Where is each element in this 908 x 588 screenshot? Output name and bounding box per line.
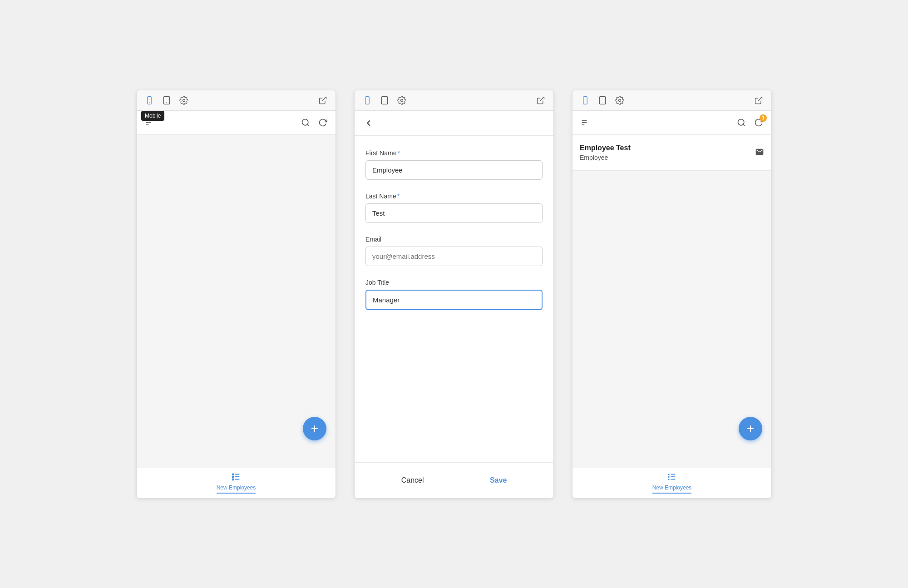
right-search-icon[interactable] bbox=[736, 117, 747, 128]
right-content-area: + bbox=[572, 171, 771, 468]
email-button[interactable] bbox=[755, 147, 764, 158]
svg-rect-35 bbox=[668, 479, 670, 480]
external-link-icon[interactable] bbox=[317, 95, 328, 106]
right-mobile-icon[interactable] bbox=[580, 95, 591, 106]
email-group: Email bbox=[365, 236, 543, 266]
left-phone-frame: Mobile + New Employees bbox=[136, 90, 336, 499]
employee-name: Employee Test bbox=[580, 144, 764, 152]
tablet-icon[interactable] bbox=[161, 95, 172, 106]
svg-rect-18 bbox=[381, 96, 387, 104]
left-toolbar-icons bbox=[144, 95, 189, 106]
right-tab-label: New Employees bbox=[652, 484, 692, 491]
first-name-input[interactable] bbox=[365, 160, 543, 180]
middle-toolbar-icons bbox=[362, 95, 407, 106]
right-phone-frame: 1 Employee Test Employee + New Employees bbox=[572, 90, 772, 499]
middle-external-link-icon[interactable] bbox=[535, 95, 546, 106]
cancel-button[interactable]: Cancel bbox=[388, 472, 438, 489]
middle-toolbar-right bbox=[535, 95, 546, 106]
svg-rect-34 bbox=[668, 476, 670, 478]
email-input[interactable] bbox=[365, 247, 543, 266]
right-settings-icon[interactable] bbox=[614, 95, 625, 106]
svg-rect-14 bbox=[232, 474, 234, 475]
svg-line-24 bbox=[758, 97, 762, 101]
svg-point-28 bbox=[738, 119, 744, 125]
right-menu-icon[interactable] bbox=[580, 117, 591, 128]
right-header-right-icons: 1 bbox=[736, 117, 764, 128]
right-fab[interactable]: + bbox=[739, 417, 762, 440]
middle-mobile-icon[interactable] bbox=[362, 95, 373, 106]
save-button[interactable]: Save bbox=[476, 472, 520, 489]
svg-rect-16 bbox=[232, 479, 234, 480]
job-title-input[interactable] bbox=[365, 290, 543, 310]
last-name-input[interactable] bbox=[365, 203, 543, 223]
form-header bbox=[355, 111, 553, 136]
right-external-link-icon[interactable] bbox=[753, 95, 764, 106]
svg-rect-17 bbox=[365, 96, 369, 104]
tab-underline bbox=[217, 493, 256, 494]
svg-line-10 bbox=[307, 124, 309, 126]
left-tab-new-employees[interactable]: New Employees bbox=[217, 472, 256, 494]
form-footer: Cancel Save bbox=[355, 462, 553, 498]
middle-form-panel: First Name* Last Name* Email Job Title C… bbox=[354, 90, 554, 499]
back-button[interactable] bbox=[364, 118, 374, 128]
first-name-label: First Name* bbox=[365, 149, 543, 157]
mobile-icon[interactable] bbox=[144, 95, 155, 106]
first-name-group: First Name* bbox=[365, 149, 543, 180]
right-tab-new-employees[interactable]: New Employees bbox=[652, 472, 692, 494]
left-toolbar: Mobile bbox=[137, 90, 336, 111]
right-tablet-icon[interactable] bbox=[597, 95, 608, 106]
right-toolbar-right bbox=[753, 95, 764, 106]
job-title-label: Job Title bbox=[365, 279, 543, 286]
svg-line-5 bbox=[322, 97, 326, 101]
last-name-group: Last Name* bbox=[365, 193, 543, 223]
list-icon bbox=[231, 472, 241, 484]
settings-icon[interactable] bbox=[178, 95, 189, 106]
svg-rect-15 bbox=[232, 476, 234, 478]
right-refresh-wrapper: 1 bbox=[753, 117, 764, 128]
left-fab[interactable]: + bbox=[303, 417, 326, 440]
right-list-icon bbox=[667, 472, 677, 484]
left-content-area: + bbox=[137, 135, 336, 468]
middle-toolbar bbox=[355, 90, 553, 111]
svg-line-20 bbox=[540, 97, 544, 101]
svg-point-23 bbox=[619, 99, 621, 101]
form-body: First Name* Last Name* Email Job Title bbox=[355, 136, 553, 462]
svg-rect-22 bbox=[599, 96, 605, 104]
employee-card: Employee Test Employee bbox=[572, 135, 771, 171]
svg-rect-33 bbox=[668, 474, 670, 475]
middle-settings-icon[interactable] bbox=[396, 95, 407, 106]
employee-role: Employee bbox=[580, 154, 764, 161]
left-tab-label: New Employees bbox=[217, 484, 256, 491]
notification-badge: 1 bbox=[760, 114, 767, 122]
left-header-right-icons bbox=[300, 117, 328, 128]
left-search-icon[interactable] bbox=[300, 117, 311, 128]
left-refresh-icon[interactable] bbox=[317, 117, 328, 128]
svg-rect-21 bbox=[583, 96, 587, 104]
last-name-label: Last Name* bbox=[365, 193, 543, 200]
mobile-tooltip: Mobile bbox=[141, 111, 164, 121]
right-toolbar bbox=[572, 90, 771, 111]
left-toolbar-right bbox=[317, 95, 328, 106]
right-app-header: 1 bbox=[572, 111, 771, 135]
email-label: Email bbox=[365, 236, 543, 243]
left-bottom-tab-bar: New Employees bbox=[137, 468, 336, 498]
job-title-group: Job Title bbox=[365, 279, 543, 310]
svg-line-29 bbox=[743, 124, 745, 126]
right-tab-underline bbox=[652, 493, 692, 494]
left-app-header bbox=[137, 111, 336, 135]
svg-point-19 bbox=[401, 99, 403, 101]
right-toolbar-icons bbox=[580, 95, 625, 106]
svg-point-9 bbox=[302, 119, 308, 125]
middle-tablet-icon[interactable] bbox=[379, 95, 390, 106]
svg-point-4 bbox=[183, 99, 185, 101]
right-bottom-tab-bar: New Employees bbox=[572, 468, 771, 498]
